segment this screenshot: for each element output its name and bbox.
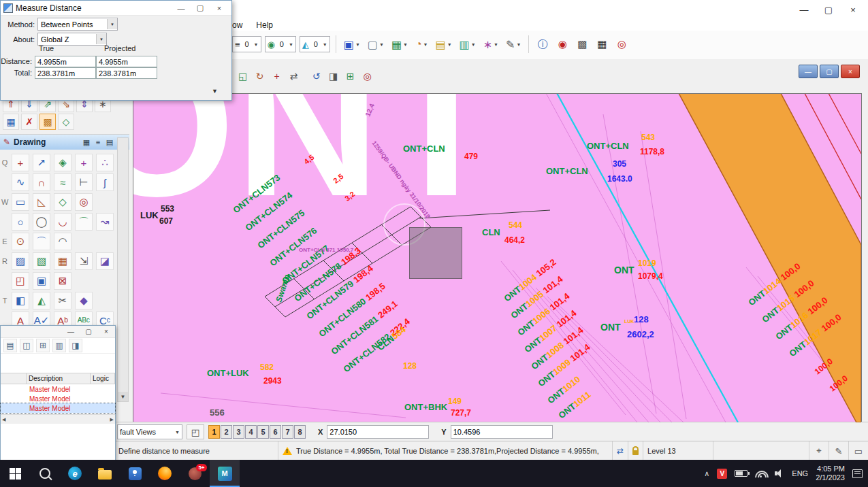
task-tool[interactable]: ◇ xyxy=(58,114,74,130)
drawing-tool[interactable]: ✂ xyxy=(54,292,71,309)
method-dropdown[interactable]: Between Points ▼ xyxy=(37,18,118,31)
redo-view-button[interactable]: ⊞ xyxy=(343,69,357,83)
app-close-button[interactable]: × xyxy=(841,1,865,18)
task-indicator-cell[interactable]: ⇄ xyxy=(613,441,628,460)
app-minimize-button[interactable]: — xyxy=(792,1,816,18)
scroll-right-icon[interactable]: ▶ xyxy=(110,417,114,422)
drawing-tool[interactable]: ▨ xyxy=(12,252,29,270)
drawing-tool[interactable]: ∴ xyxy=(96,154,114,171)
drawing-tool[interactable]: ⊙ xyxy=(12,233,29,250)
undo-view-button[interactable]: ◨ xyxy=(326,69,340,83)
accudraw-button[interactable]: ▩ xyxy=(574,36,590,52)
menu-item-help[interactable]: Help xyxy=(256,20,273,30)
y-coordinate-input[interactable] xyxy=(451,425,553,439)
delete-element-button[interactable]: ◎ xyxy=(613,36,630,52)
file-explorer-button[interactable] xyxy=(90,460,120,487)
app-maximize-button[interactable]: ▢ xyxy=(816,1,841,18)
drawing-tool[interactable]: ◆ xyxy=(75,292,93,309)
active-level-cell[interactable]: Level 13 xyxy=(643,441,713,460)
tray-expand-icon[interactable]: ∧ xyxy=(704,469,709,478)
view-groups-button[interactable]: ◰ xyxy=(187,424,204,439)
task-tool[interactable]: ▦ xyxy=(3,114,19,130)
clock[interactable]: 4:05 PM 2/1/2023 xyxy=(816,465,845,482)
active-angle-combo[interactable]: ≡0▼ xyxy=(232,36,261,52)
element-information-button[interactable]: ⓘ xyxy=(534,36,551,52)
x-coordinate-input[interactable] xyxy=(327,425,429,439)
view-toggle-7[interactable]: 7 xyxy=(282,425,293,439)
view-toggle-4[interactable]: 4 xyxy=(245,425,257,439)
drawing-tool[interactable]: ◇ xyxy=(54,193,71,211)
walk-view-button[interactable]: ⇄ xyxy=(287,69,301,83)
drawing-tool[interactable]: ⊢ xyxy=(75,173,93,191)
view-restore-button[interactable]: ▢ xyxy=(820,65,839,78)
drawing-tool[interactable]: ▧ xyxy=(33,252,50,270)
model-row[interactable]: Master Model xyxy=(1,403,115,413)
drawing-aids-dropdown[interactable]: ✎▼ xyxy=(504,35,523,53)
edge-button[interactable]: e xyxy=(60,460,90,487)
security-app-button[interactable] xyxy=(120,460,150,487)
column-description[interactable]: Description xyxy=(27,373,91,384)
rotate-view-button[interactable]: ↻ xyxy=(253,69,267,83)
view-toggle-8[interactable]: 8 xyxy=(294,425,306,439)
attach-model-icon[interactable]: ▤ xyxy=(3,339,17,352)
column-logic[interactable]: Logic xyxy=(91,373,115,384)
drawing-tool[interactable]: ○ xyxy=(12,213,29,231)
references-dropdown[interactable]: ▢▼ xyxy=(366,35,386,53)
models-dropdown[interactable]: ▣▼ xyxy=(342,35,362,53)
drawing-tool[interactable]: ◪ xyxy=(96,252,114,270)
edit-indicator-icon[interactable]: ✎ xyxy=(829,441,848,460)
cells-dropdown[interactable]: ◔▼ xyxy=(413,35,430,53)
drawing-tool[interactable]: ◈ xyxy=(54,154,71,171)
scroll-down-icon[interactable]: ▼ xyxy=(118,392,128,401)
detach-model-icon[interactable]: ◫ xyxy=(20,339,33,352)
measure-minimize-button[interactable]: — xyxy=(172,3,191,14)
dialog-titlebar[interactable]: Measure Distance —▢× xyxy=(1,1,231,16)
snap-mode-icon[interactable]: ⌖ xyxy=(809,441,829,460)
drawing-tool[interactable]: ◠ xyxy=(54,233,71,250)
view-toggle-5[interactable]: 5 xyxy=(257,425,269,439)
drawing-tool[interactable]: ◭ xyxy=(33,292,50,309)
drawing-panel-header[interactable]: ✎ Drawing ▦≡▤∧ xyxy=(0,135,129,150)
task-tool[interactable]: ✗ xyxy=(21,114,37,130)
task-tool[interactable]: ▩ xyxy=(39,114,56,130)
drawing-tool[interactable]: ↝ xyxy=(96,213,114,231)
drawing-tool[interactable]: + xyxy=(12,154,29,171)
markup-dropdown[interactable]: ∗▼ xyxy=(481,35,500,53)
distance-true-field[interactable]: 4.9955m xyxy=(35,56,96,67)
scroll-left-icon[interactable]: ◀ xyxy=(2,417,5,422)
drawing-tool[interactable]: ◯ xyxy=(33,213,50,231)
update-view-button[interactable]: ↺ xyxy=(309,69,323,83)
drawing-tool[interactable]: ⌒ xyxy=(33,233,50,250)
model-row[interactable]: Master Model xyxy=(1,384,115,394)
model-row[interactable]: Master Model xyxy=(1,394,115,403)
action-center-icon[interactable] xyxy=(852,469,863,478)
drawing-tool[interactable]: ▦ xyxy=(54,252,71,270)
models-maximize-button[interactable]: ▢ xyxy=(80,326,97,337)
drawing-tool[interactable]: ⊠ xyxy=(54,272,71,290)
total-true-field[interactable]: 238.3781m xyxy=(35,67,96,79)
panel-grid-icon[interactable]: ▦ xyxy=(82,138,91,147)
tray-app-icon[interactable]: V xyxy=(717,469,727,479)
drawing-tool[interactable]: ↗ xyxy=(33,154,50,171)
drawing-tool[interactable]: ▣ xyxy=(33,272,50,290)
view-toggle-6[interactable]: 6 xyxy=(270,425,281,439)
drawing-tool[interactable]: ◡ xyxy=(54,213,71,231)
selection-set-icon[interactable]: ▭ xyxy=(848,441,868,460)
panel-scrollbar[interactable]: ▼ xyxy=(117,137,129,402)
drawing-tool[interactable]: ◎ xyxy=(75,193,93,211)
models-close-button[interactable]: × xyxy=(97,326,115,337)
dialog-expand-button[interactable]: ▼ xyxy=(212,88,218,95)
drawing-tool[interactable]: ∿ xyxy=(12,173,29,191)
horizontal-scrollbar[interactable]: ◀ ▶ xyxy=(1,414,115,424)
view-toggle-1[interactable]: 1 xyxy=(208,425,220,439)
battery-icon[interactable] xyxy=(735,470,748,477)
fit-view-button[interactable]: ◱ xyxy=(236,69,250,83)
drawing-tool[interactable]: ⇲ xyxy=(75,252,93,270)
active-terrain-combo[interactable]: ◭0▼ xyxy=(300,36,330,52)
microstation-taskbar-button[interactable]: M xyxy=(210,460,240,487)
level-display-dropdown[interactable]: ▦▼ xyxy=(389,35,410,53)
copy-model-icon[interactable]: ▥ xyxy=(52,339,66,352)
drawing-tool[interactable]: ◰ xyxy=(12,272,29,290)
distance-projected-field[interactable]: 4.9955m xyxy=(96,56,157,67)
drawing-tool[interactable]: ⌒ xyxy=(75,213,93,231)
